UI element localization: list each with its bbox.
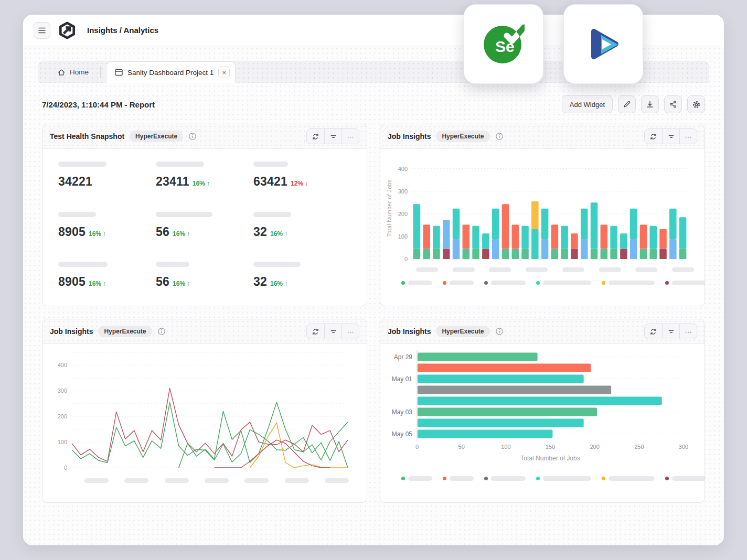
tab-active-label: Sanity Dashboard Project 1	[127, 69, 214, 77]
legend-item	[443, 476, 474, 481]
refresh-button[interactable]	[307, 129, 324, 144]
tab-sanity-dashboard[interactable]: Sanity Dashboard Project 1 ×	[106, 61, 236, 83]
toolbar-actions: Add Widget	[562, 95, 705, 113]
card-title: Job Insights	[50, 327, 93, 336]
edit-button[interactable]	[618, 95, 636, 113]
more-options-button[interactable]: ···	[679, 129, 697, 144]
info-button[interactable]	[188, 132, 197, 141]
playwright-logo-card[interactable]	[563, 4, 643, 84]
legend-label-skeleton	[543, 281, 591, 285]
kpi-label-skeleton	[156, 161, 204, 167]
x-label-skeleton	[124, 478, 148, 483]
x-label-skeleton	[599, 267, 621, 272]
lambdatest-logo-icon	[58, 21, 77, 40]
kpi-metric: 6342112% ↓	[253, 161, 351, 193]
share-button[interactable]	[664, 95, 682, 113]
refresh-button[interactable]	[645, 129, 662, 144]
x-label-skeleton	[489, 267, 511, 272]
legend-label-skeleton	[491, 281, 526, 285]
info-icon	[188, 132, 197, 141]
legend-item	[602, 476, 655, 481]
hyperexecute-badge: HyperExecute	[436, 131, 489, 142]
x-label-skeleton	[84, 478, 109, 483]
ellipsis-icon: ···	[685, 328, 692, 336]
legend-dot	[401, 477, 405, 480]
add-widget-button[interactable]: Add Widget	[562, 95, 613, 113]
svg-text:400: 400	[398, 166, 408, 172]
kpi-metric: 3216% ↑	[253, 212, 351, 243]
filter-icon	[329, 133, 337, 141]
card-actions: ···	[306, 128, 359, 144]
legend-item	[602, 281, 655, 285]
filter-button[interactable]	[324, 129, 342, 144]
report-content: 7/24/2023, 1:10:44 PM - Report Add Widge…	[38, 95, 709, 503]
more-options-button[interactable]: ···	[679, 324, 697, 339]
kpi-delta-up: 16% ↑	[193, 180, 210, 187]
info-icon	[495, 327, 504, 336]
card-title: Job Insights	[388, 327, 431, 336]
more-options-button[interactable]: ···	[342, 324, 359, 339]
hamburger-menu-button[interactable]	[34, 22, 50, 39]
legend-label-skeleton	[408, 476, 432, 481]
refresh-button[interactable]	[645, 324, 662, 339]
legend-label-skeleton	[491, 476, 526, 481]
kpi-value: 23411	[156, 175, 189, 188]
kpi-metric: 890516% ↑	[58, 212, 156, 243]
filter-button[interactable]	[324, 324, 342, 339]
svg-text:Total Number of Jobs: Total Number of Jobs	[520, 455, 580, 462]
info-button[interactable]	[157, 327, 166, 336]
stacked-bar-chart: 0100200300400Total Number of Jobs	[386, 153, 692, 262]
tab-close-button[interactable]: ×	[218, 67, 230, 78]
kpi-label-skeleton	[156, 262, 189, 267]
legend-item	[484, 281, 526, 285]
kpi-delta-down: 12% ↓	[291, 180, 308, 187]
svg-text:300: 300	[58, 387, 67, 394]
x-label-skeleton	[285, 478, 309, 483]
filter-button[interactable]	[662, 324, 679, 339]
info-button[interactable]	[495, 327, 504, 336]
refresh-icon	[649, 328, 657, 336]
kpi-value: 56	[156, 225, 169, 239]
kpi-value-row: 890516% ↑	[58, 275, 156, 289]
tab-home[interactable]: Home	[46, 61, 100, 83]
x-label-skeleton	[325, 478, 349, 483]
svg-text:0: 0	[415, 444, 419, 450]
card-header: Job Insights HyperExecute	[380, 124, 705, 149]
gear-icon	[692, 100, 701, 109]
pencil-icon	[623, 100, 631, 109]
kpi-value-row: 3216% ↑	[253, 275, 351, 289]
x-axis-skeleton-labels	[84, 478, 349, 483]
widget-job-insights-line: Job Insights HyperExecute	[42, 319, 367, 503]
download-button[interactable]	[641, 95, 659, 113]
legend-item	[665, 281, 705, 285]
refresh-button[interactable]	[307, 324, 324, 339]
svg-text:100: 100	[58, 439, 67, 445]
hyperexecute-badge: HyperExecute	[130, 131, 183, 142]
playwright-icon	[582, 23, 624, 65]
svg-text:100: 100	[501, 444, 510, 450]
settings-button[interactable]	[687, 95, 705, 113]
dashboard-canvas: Home Sanity Dashboard Project 1 × 7/24/2…	[23, 46, 724, 545]
more-options-button[interactable]: ···	[342, 129, 359, 144]
share-icon	[669, 100, 677, 109]
info-button[interactable]	[495, 132, 504, 141]
info-icon	[157, 327, 166, 336]
legend-dot	[536, 477, 540, 480]
kpi-value-row: 5616% ↑	[156, 275, 253, 289]
hyperexecute-badge: HyperExecute	[98, 326, 152, 337]
svg-text:200: 200	[398, 211, 408, 217]
kpi-value: 32	[253, 225, 267, 239]
svg-text:Total Number of Jobs: Total Number of Jobs	[386, 179, 392, 236]
kpi-label-skeleton	[58, 212, 96, 217]
legend-dot	[484, 281, 488, 285]
svg-text:May 01: May 01	[392, 375, 413, 383]
widgets-grid: Test Health Snapshot HyperExecute	[42, 124, 705, 503]
svg-text:250: 250	[634, 444, 644, 450]
x-label-skeleton	[562, 267, 584, 272]
filter-button[interactable]	[662, 129, 679, 144]
widget-test-health-snapshot: Test Health Snapshot HyperExecute	[42, 124, 367, 306]
selenium-logo-card[interactable]: Se	[464, 4, 543, 84]
legend-dot	[665, 477, 669, 480]
selenium-icon: Se	[483, 23, 525, 65]
svg-text:0: 0	[64, 465, 67, 471]
